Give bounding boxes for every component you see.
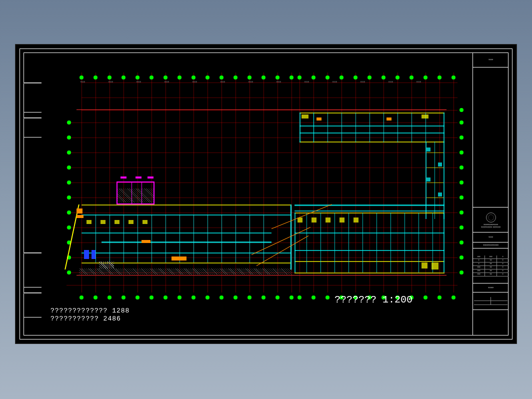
drawing-sheet: ???? ????????????? ?????????? ??????? ??…: [15, 44, 517, 344]
tb-project-text: ????: [488, 236, 493, 238]
dim-label: 8100: [360, 80, 365, 83]
dim-label: 8100: [164, 80, 169, 83]
rev-row: ? ?? ?: [473, 259, 508, 262]
wall-outline: [300, 112, 444, 114]
corridor-wall: [294, 204, 444, 206]
tb-project: ????: [473, 232, 508, 242]
dim-label: 8100: [220, 80, 225, 83]
rc: ?: [497, 270, 508, 272]
dim-label: 8100: [276, 80, 281, 83]
rc: ???: [473, 273, 485, 276]
title-block: ???? ????????????? ?????????? ??????? ??…: [472, 52, 508, 336]
rc: ???: [473, 270, 485, 272]
rc: ?: [473, 259, 485, 262]
dim-label: 8100: [108, 80, 113, 83]
rev-row: ??? ?? ?: [473, 266, 508, 270]
note-line-1: ????????????? 1288: [50, 307, 130, 314]
rev-header: ??? ??? ?: [473, 256, 508, 259]
dim-label: 8100: [304, 80, 309, 83]
note-line-2: ??????????? 2486: [50, 315, 121, 322]
equipment-block: [84, 250, 89, 259]
dim-label: 8100: [416, 80, 421, 83]
tb-footer2: [473, 292, 508, 310]
company-logo-icon: [486, 212, 496, 222]
pavement-hatch: [79, 268, 292, 274]
tb-company-text2: ?????????? ???????: [481, 226, 500, 228]
pipe-run: [272, 204, 332, 229]
scale-label: ??????? 1:200: [334, 294, 412, 306]
rev-row: ??? ?? ?: [473, 273, 508, 276]
tb-spacer: [473, 68, 508, 208]
tb-header: ????: [473, 52, 508, 68]
rc: ?: [497, 262, 508, 266]
rc: ???: [473, 266, 485, 269]
dim-label: 8100: [388, 80, 393, 83]
tb-sheet-text: ??????????????: [483, 244, 498, 246]
rc: ?: [473, 262, 485, 266]
left-margin-strip: [24, 52, 42, 336]
rev-h1: ???: [485, 256, 497, 258]
dim-label: 8100: [80, 80, 85, 83]
rc: ?: [497, 266, 508, 269]
tb-logo: ????????????? ?????????? ???????: [473, 208, 508, 232]
revision-table: ??? ??? ? ? ?? ? ? ?? ? ??? ?? ? ??? ??: [473, 248, 508, 284]
rc: ?: [497, 273, 508, 276]
angled-wall: [64, 204, 80, 270]
rev-row: ??? ?? ?: [473, 270, 508, 273]
rc: ??: [485, 273, 497, 276]
rev-h0: ???: [473, 256, 485, 258]
rc: ??: [485, 259, 497, 262]
rev-row: ? ?? ?: [473, 262, 508, 266]
rev-h2: ?: [497, 256, 508, 258]
rc: ??: [485, 266, 497, 269]
tb-footer-text: ?????: [488, 286, 494, 289]
dim-label: 8100: [248, 80, 253, 83]
rc: ??: [485, 262, 497, 266]
rc: ??: [485, 270, 497, 272]
tb-header-text: ????: [488, 58, 493, 61]
grid-bubble: [80, 76, 84, 80]
drawing-canvas: ??????? 1:200: [42, 52, 472, 336]
dim-label: 8100: [136, 80, 141, 83]
dim-label: 8100: [192, 80, 197, 83]
tb-footer1: ?????: [473, 284, 508, 292]
zone-outline: [116, 182, 154, 182]
tb-sheet-label: ??????????????: [473, 242, 508, 248]
dim-label: 8100: [332, 80, 337, 83]
rc: ?: [497, 259, 508, 262]
